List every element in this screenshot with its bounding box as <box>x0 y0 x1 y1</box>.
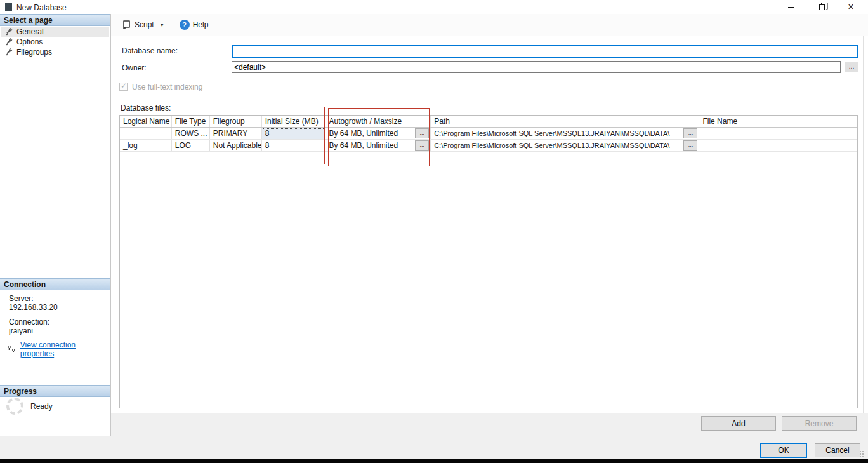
cancel-button[interactable]: Cancel <box>815 443 860 457</box>
wrench-icon <box>5 28 13 36</box>
column-header-file-name[interactable]: File Name <box>699 116 857 127</box>
script-button[interactable]: Script ▼ <box>119 18 167 31</box>
new-database-dialog: New Database × Select a page General Opt… <box>0 0 868 463</box>
database-name-label: Database name: <box>122 46 178 55</box>
sidebar: Select a page General Options Filegroups… <box>0 14 111 436</box>
fulltext-label: Use full-text indexing <box>132 83 202 91</box>
filegroup-cell[interactable]: PRIMARY <box>210 128 262 139</box>
help-icon: ? <box>180 20 190 30</box>
checkmark-icon: ✓ <box>121 81 127 90</box>
sidebar-item-label: General <box>16 27 44 36</box>
wrench-icon <box>5 48 13 57</box>
owner-label: Owner: <box>122 64 147 72</box>
logical-name-cell[interactable]: _log <box>120 140 172 151</box>
sidebar-item-filegroups[interactable]: Filegroups <box>1 47 109 58</box>
restore-button[interactable] <box>812 0 831 14</box>
help-button[interactable]: ? Help <box>177 18 211 31</box>
grid-header-row: Logical Name File Type Filegroup Initial… <box>120 116 857 128</box>
autogrowth-value: By 64 MB, Unlimited <box>329 141 398 150</box>
column-header-filegroup[interactable]: Filegroup <box>210 116 262 127</box>
progress-status: Ready <box>30 402 53 411</box>
autogrowth-cell[interactable]: By 64 MB, Unlimited ... <box>326 128 431 139</box>
wrench-icon <box>5 38 13 46</box>
progress-spinner-icon <box>6 398 23 415</box>
server-label: Server: <box>9 294 34 303</box>
ok-button[interactable]: OK <box>760 443 807 458</box>
close-button[interactable]: × <box>841 0 860 14</box>
autogrowth-browse-button[interactable]: ... <box>415 140 429 151</box>
connection-label: Connection: <box>9 318 49 326</box>
toolbar: Script ▼ ? Help <box>111 14 868 36</box>
remove-button: Remove <box>782 416 857 431</box>
titlebar: New Database × <box>0 0 868 14</box>
sidebar-item-general[interactable]: General <box>1 27 109 37</box>
database-files-label: Database files: <box>121 104 171 112</box>
database-app-icon <box>5 3 12 11</box>
autogrowth-cell[interactable]: By 64 MB, Unlimited ... <box>326 140 431 151</box>
file-type-cell[interactable]: LOG <box>172 140 210 151</box>
script-label: Script <box>135 20 154 29</box>
connection-header: Connection <box>0 278 110 290</box>
minimize-button[interactable] <box>782 0 801 14</box>
filegroup-cell[interactable]: Not Applicable <box>210 140 262 151</box>
restore-icon <box>819 4 825 10</box>
path-value: C:\Program Files\Microsoft SQL Server\MS… <box>434 130 669 137</box>
sidebar-item-label: Filegroups <box>16 48 52 57</box>
path-cell[interactable]: C:\Program Files\Microsoft SQL Server\MS… <box>431 128 699 139</box>
progress-header: Progress <box>0 385 110 397</box>
close-icon: × <box>848 2 853 12</box>
connection-plug-icon <box>7 346 16 354</box>
autogrowth-browse-button[interactable]: ... <box>415 128 429 138</box>
path-browse-button[interactable]: ... <box>683 128 697 138</box>
initial-size-cell[interactable]: 8 <box>262 128 326 139</box>
grid-row-log-file: _log LOG Not Applicable 8 By 64 MB, Unli… <box>120 140 857 152</box>
view-connection-properties-row: View connection properties <box>7 340 110 358</box>
script-icon <box>121 20 131 30</box>
column-header-initial-size[interactable]: Initial Size (MB) <box>262 116 326 127</box>
window-title: New Database <box>16 3 67 12</box>
initial-size-cell[interactable]: 8 <box>262 140 326 151</box>
view-connection-properties-link[interactable]: View connection properties <box>20 340 110 358</box>
bottom-edge-bar <box>0 459 868 463</box>
resize-grip[interactable] <box>859 450 865 457</box>
chevron-down-icon[interactable]: ▼ <box>160 23 164 27</box>
add-button[interactable]: Add <box>701 416 776 431</box>
file-type-cell[interactable]: ROWS ... <box>172 128 210 139</box>
file-name-cell[interactable] <box>699 128 857 139</box>
owner-input[interactable] <box>232 61 841 73</box>
logical-name-cell[interactable] <box>120 128 172 139</box>
help-label: Help <box>193 20 209 29</box>
path-cell[interactable]: C:\Program Files\Microsoft SQL Server\MS… <box>431 140 699 151</box>
server-value: 192.168.33.20 <box>9 303 58 312</box>
file-name-cell[interactable] <box>699 140 857 151</box>
column-header-logical-name[interactable]: Logical Name <box>120 116 172 127</box>
dialog-footer: OK Cancel <box>0 436 868 459</box>
path-value: C:\Program Files\Microsoft SQL Server\MS… <box>434 142 669 149</box>
sidebar-item-options[interactable]: Options <box>1 37 109 48</box>
general-page-panel: Script ▼ ? Help Database name: Owner: ..… <box>111 14 868 436</box>
database-files-grid: Logical Name File Type Filegroup Initial… <box>119 115 858 408</box>
autogrowth-value: By 64 MB, Unlimited <box>329 129 398 138</box>
owner-browse-button[interactable]: ... <box>845 62 858 72</box>
sidebar-item-label: Options <box>16 37 43 46</box>
column-header-file-type[interactable]: File Type <box>172 116 210 127</box>
panel-right-edge <box>863 36 864 413</box>
column-header-autogrowth[interactable]: Autogrowth / Maxsize <box>326 116 431 127</box>
database-name-input[interactable] <box>232 45 858 58</box>
connection-value: jraiyani <box>9 326 33 335</box>
grid-row-data-file: ROWS ... PRIMARY 8 By 64 MB, Unlimited .… <box>120 128 857 140</box>
select-a-page-header: Select a page <box>0 14 110 26</box>
grid-actions-strip: Add Remove <box>111 413 868 436</box>
column-header-path[interactable]: Path <box>431 116 699 127</box>
minimize-icon <box>788 7 794 8</box>
path-browse-button[interactable]: ... <box>683 140 697 151</box>
fulltext-checkbox: ✓ <box>119 83 128 91</box>
